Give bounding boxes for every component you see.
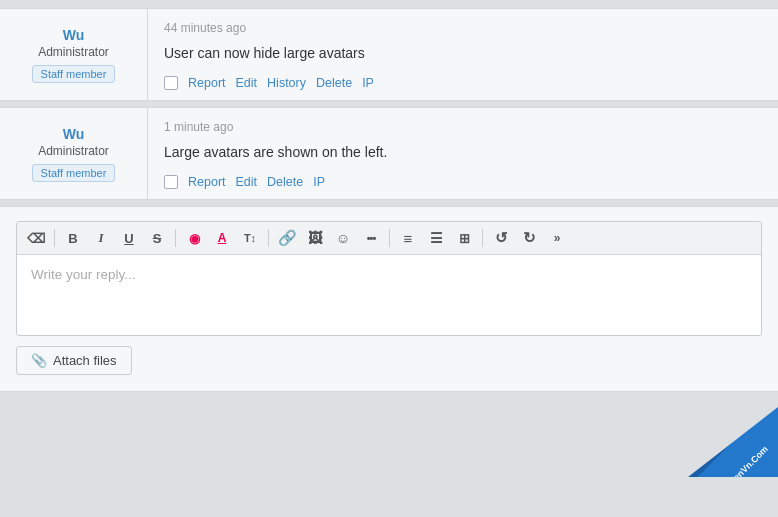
editor-placeholder: Write your reply... <box>31 267 136 282</box>
watermark-text: YenVn.Com <box>727 444 770 487</box>
role-1: Administrator <box>38 45 109 59</box>
toolbar-strikethrough-btn[interactable]: S <box>144 226 170 250</box>
edit-link-2[interactable]: Edit <box>236 175 258 189</box>
post-sidebar-1: Wu Administrator Staff member <box>0 9 148 100</box>
toolbar-sep-4 <box>389 229 390 247</box>
attach-label: Attach files <box>53 353 117 368</box>
paperclip-icon: 📎 <box>31 353 47 368</box>
post-row-1: Wu Administrator Staff member 44 minutes… <box>0 8 778 101</box>
toolbar-more-btn[interactable]: ••• <box>358 226 384 250</box>
report-link-1[interactable]: Report <box>188 76 226 90</box>
watermark: YenVn.Com <box>688 407 778 477</box>
post-actions-1: Report Edit History Delete IP <box>164 76 762 90</box>
toolbar-textsize-btn[interactable]: T↕ <box>237 226 263 250</box>
toolbar-overflow-btn[interactable]: » <box>544 226 570 250</box>
post-content-1: 44 minutes ago User can now hide large a… <box>148 9 778 100</box>
reply-box: ⌫ B I U S ◉ A T↕ 🔗 🖼 ☺ ••• ≡ ☰ ⊞ <box>0 206 778 392</box>
toolbar-emoji-btn[interactable]: ☺ <box>330 226 356 250</box>
toolbar-fontcolor-btn[interactable]: A <box>209 226 235 250</box>
toolbar-italic-btn[interactable]: I <box>88 226 114 250</box>
toolbar-table-btn[interactable]: ⊞ <box>451 226 477 250</box>
ip-link-1[interactable]: IP <box>362 76 374 90</box>
post-checkbox-2[interactable] <box>164 175 178 189</box>
delete-link-2[interactable]: Delete <box>267 175 303 189</box>
toolbar-redo-btn[interactable]: ↻ <box>516 226 542 250</box>
toolbar-image-btn[interactable]: 🖼 <box>302 226 328 250</box>
edit-link-1[interactable]: Edit <box>236 76 258 90</box>
report-link-2[interactable]: Report <box>188 175 226 189</box>
post-actions-2: Report Edit Delete IP <box>164 175 762 189</box>
editor-body[interactable]: Write your reply... <box>17 255 761 335</box>
toolbar-underline-btn[interactable]: U <box>116 226 142 250</box>
post-content-2: 1 minute ago Large avatars are shown on … <box>148 108 778 199</box>
toolbar-color-btn[interactable]: ◉ <box>181 226 207 250</box>
staff-badge-2: Staff member <box>32 164 116 182</box>
username-2[interactable]: Wu <box>63 126 85 142</box>
toolbar-bold-btn[interactable]: B <box>60 226 86 250</box>
toolbar-align-btn[interactable]: ≡ <box>395 226 421 250</box>
toolbar-list-btn[interactable]: ☰ <box>423 226 449 250</box>
post-text-1: User can now hide large avatars <box>164 43 762 64</box>
post-sidebar-2: Wu Administrator Staff member <box>0 108 148 199</box>
editor-toolbar: ⌫ B I U S ◉ A T↕ 🔗 🖼 ☺ ••• ≡ ☰ ⊞ <box>17 222 761 255</box>
toolbar-erase-btn[interactable]: ⌫ <box>23 226 49 250</box>
toolbar-sep-3 <box>268 229 269 247</box>
toolbar-sep-5 <box>482 229 483 247</box>
timestamp-2: 1 minute ago <box>164 120 762 134</box>
page-wrapper: Wu Administrator Staff member 44 minutes… <box>0 0 778 400</box>
delete-link-1[interactable]: Delete <box>316 76 352 90</box>
toolbar-sep-1 <box>54 229 55 247</box>
toolbar-undo-btn[interactable]: ↺ <box>488 226 514 250</box>
staff-badge-1: Staff member <box>32 65 116 83</box>
attach-files-button[interactable]: 📎 Attach files <box>16 346 132 375</box>
toolbar-sep-2 <box>175 229 176 247</box>
editor-wrapper: ⌫ B I U S ◉ A T↕ 🔗 🖼 ☺ ••• ≡ ☰ ⊞ <box>16 221 762 336</box>
post-text-2: Large avatars are shown on the left. <box>164 142 762 163</box>
post-checkbox-1[interactable] <box>164 76 178 90</box>
toolbar-link-btn[interactable]: 🔗 <box>274 226 300 250</box>
timestamp-1: 44 minutes ago <box>164 21 762 35</box>
role-2: Administrator <box>38 144 109 158</box>
username-1[interactable]: Wu <box>63 27 85 43</box>
post-row-2: Wu Administrator Staff member 1 minute a… <box>0 107 778 200</box>
ip-link-2[interactable]: IP <box>313 175 325 189</box>
history-link-1[interactable]: History <box>267 76 306 90</box>
